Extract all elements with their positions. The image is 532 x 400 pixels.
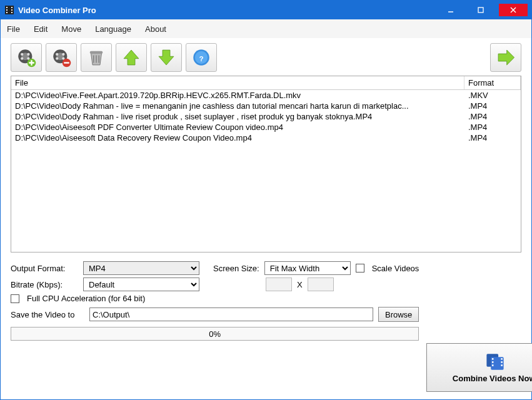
column-file-header[interactable]: File: [11, 76, 464, 89]
svg-point-20: [56, 53, 58, 56]
file-cell: D:\PC\Video\Dody Rahman - live = menanga…: [11, 101, 464, 111]
format-cell: .MP4: [464, 132, 521, 143]
clear-list-button[interactable]: [81, 43, 112, 72]
table-row[interactable]: D:\PC\Video\Aiseesoft PDF Converter Ulti…: [11, 122, 521, 132]
menu-bar: File Edit Move Language About: [1, 19, 531, 38]
svg-rect-2: [6, 9, 8, 11]
maximize-button[interactable]: [466, 4, 495, 16]
save-to-label: Save the Video to: [11, 310, 84, 319]
minimize-button[interactable]: [436, 4, 465, 16]
file-cell: D:\PC\Video\Aiseesoft PDF Converter Ulti…: [11, 122, 464, 132]
file-cell: D:\PC\Video\Aiseesoft Data Recovery Revi…: [11, 132, 464, 143]
svg-rect-1: [6, 7, 8, 8]
output-format-select[interactable]: MP4: [83, 261, 199, 275]
width-input[interactable]: [266, 278, 292, 291]
format-cell: .MP4: [464, 111, 521, 122]
svg-text:?: ?: [199, 55, 204, 62]
svg-rect-31: [492, 358, 494, 360]
svg-rect-32: [492, 361, 494, 363]
app-icon: [4, 5, 14, 15]
window-title: Video Combiner Pro: [18, 6, 436, 15]
full-cpu-checkbox[interactable]: [11, 294, 19, 303]
svg-rect-4: [11, 7, 13, 8]
format-cell: .MKV: [464, 90, 521, 101]
combine-label: Combine Videos Now!: [453, 374, 532, 383]
bitrate-label: Bitrate (Kbps):: [11, 280, 78, 289]
svg-rect-36: [501, 364, 503, 366]
scale-videos-label: Scale Videos: [372, 264, 419, 273]
titlebar: Video Combiner Pro: [1, 1, 531, 19]
full-cpu-label: Full CPU Acceleration (for 64 bit): [27, 294, 145, 303]
x-label: X: [297, 280, 303, 289]
add-video-button[interactable]: [11, 43, 42, 72]
save-path-input[interactable]: [89, 308, 373, 321]
format-cell: .MP4: [464, 101, 521, 111]
svg-point-21: [62, 53, 64, 56]
progress-text: 0%: [209, 329, 221, 339]
bitrate-select[interactable]: Default: [83, 278, 199, 291]
table-row[interactable]: D:\PC\Video\Dody Rahman - live riset pro…: [11, 111, 521, 122]
close-button[interactable]: [499, 4, 528, 16]
svg-rect-5: [11, 9, 13, 11]
menu-about[interactable]: About: [145, 24, 166, 34]
table-row[interactable]: D:\PC\Video\Aiseesoft Data Recovery Revi…: [11, 132, 521, 143]
svg-point-13: [21, 53, 23, 56]
remove-video-button[interactable]: [46, 43, 77, 72]
svg-rect-3: [6, 12, 8, 13]
move-up-button[interactable]: [116, 43, 147, 72]
svg-point-14: [27, 53, 29, 56]
toolbar: ?: [1, 38, 531, 76]
scale-videos-checkbox[interactable]: [356, 264, 364, 272]
next-button[interactable]: [490, 43, 521, 72]
svg-rect-25: [90, 51, 103, 54]
menu-move[interactable]: Move: [61, 24, 81, 34]
svg-rect-35: [501, 361, 503, 363]
film-icon: [484, 352, 506, 371]
help-button[interactable]: ?: [186, 43, 217, 72]
screen-size-select[interactable]: Fit Max Width: [264, 261, 351, 275]
menu-edit[interactable]: Edit: [34, 24, 48, 34]
table-row[interactable]: D:\PC\Video\Five.Feet.Apart.2019.720p.BR…: [11, 90, 521, 101]
svg-rect-33: [492, 364, 494, 366]
menu-file[interactable]: File: [7, 24, 20, 34]
column-format-header[interactable]: Format: [464, 76, 521, 89]
move-down-button[interactable]: [151, 43, 182, 72]
svg-point-22: [56, 58, 58, 60]
svg-point-15: [21, 58, 23, 60]
progress-bar: 0%: [11, 327, 419, 341]
format-cell: .MP4: [464, 122, 521, 132]
svg-rect-6: [11, 12, 13, 13]
menu-language[interactable]: Language: [95, 24, 131, 34]
screen-size-label: Screen Size:: [213, 264, 259, 273]
file-list: File Format D:\PC\Video\Five.Feet.Apart.…: [11, 76, 521, 252]
file-cell: D:\PC\Video\Five.Feet.Apart.2019.720p.BR…: [11, 90, 464, 101]
file-cell: D:\PC\Video\Dody Rahman - live riset pro…: [11, 111, 464, 122]
table-row[interactable]: D:\PC\Video\Dody Rahman - live = menanga…: [11, 101, 521, 111]
browse-button[interactable]: Browse: [378, 307, 419, 322]
height-input[interactable]: [308, 278, 334, 291]
output-format-label: Output Format:: [11, 264, 78, 273]
svg-rect-34: [501, 358, 503, 360]
combine-button[interactable]: Combine Videos Now!: [426, 343, 532, 392]
svg-rect-8: [478, 8, 483, 12]
